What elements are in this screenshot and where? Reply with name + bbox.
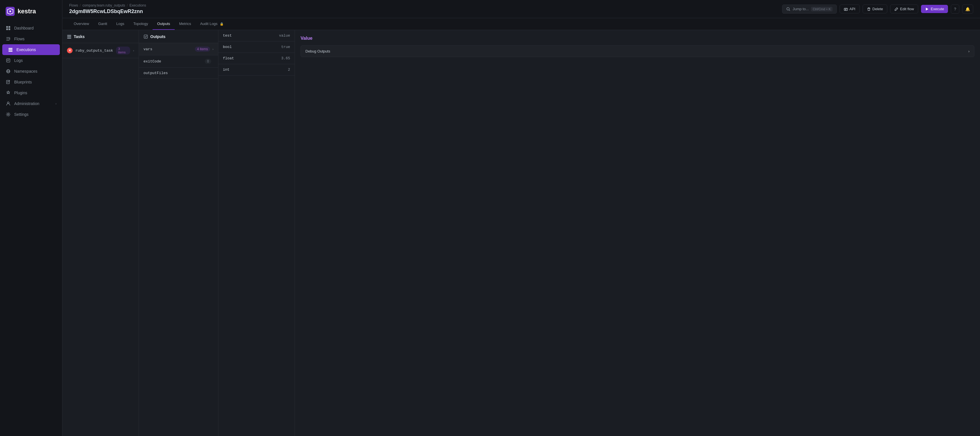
- breadcrumb-flows[interactable]: Flows: [69, 3, 78, 7]
- notifications-button[interactable]: 🔔: [962, 5, 973, 14]
- sidebar-label-administration: Administration: [14, 101, 52, 106]
- header: Flows / company.team.ruby_outputs / Exec…: [62, 0, 980, 18]
- brand-name: kestra: [18, 8, 36, 15]
- svg-rect-5: [6, 29, 8, 30]
- search-shortcut: Ctrl/Cmd + K: [811, 7, 832, 11]
- svg-point-18: [787, 7, 789, 10]
- api-button[interactable]: API: [840, 5, 860, 13]
- edit-flow-button[interactable]: Edit flow: [890, 5, 918, 13]
- search-icon: [786, 7, 790, 11]
- page-title: 2dgm8W5RcwLDSbqEwR2znn: [69, 8, 146, 14]
- sidebar-item-executions[interactable]: Executions: [2, 44, 60, 55]
- svg-point-2: [10, 11, 11, 12]
- executions-icon: [8, 47, 13, 52]
- var-key-test: test: [223, 34, 279, 38]
- blueprints-icon: [6, 80, 11, 85]
- edit-icon: [894, 7, 898, 11]
- sidebar-label-flows: Flows: [14, 37, 56, 41]
- tasks-panel-title: Tasks: [74, 34, 85, 39]
- sidebar-label-executions: Executions: [16, 47, 54, 52]
- breadcrumb-namespace[interactable]: company.team.ruby_outputs: [83, 3, 125, 7]
- delete-button[interactable]: Delete: [862, 5, 888, 13]
- flows-icon: [6, 36, 11, 42]
- svg-rect-19: [844, 8, 848, 11]
- sidebar-label-namespaces: Namespaces: [14, 69, 56, 73]
- tasks-panel-icon: [67, 34, 72, 39]
- output-name-outputfiles: outputFiles: [143, 71, 213, 75]
- var-key-float: float: [223, 56, 281, 61]
- tab-outputs[interactable]: Outputs: [153, 18, 175, 30]
- jump-to-label: Jump to...: [792, 7, 809, 11]
- dashboard-icon: [6, 26, 11, 31]
- trash-icon: [867, 7, 871, 11]
- list-item[interactable]: float 3.65: [218, 53, 294, 64]
- list-item[interactable]: test value: [218, 30, 294, 42]
- debug-outputs-chevron-icon: ›: [968, 49, 969, 53]
- tasks-panel: Tasks ✕ ruby_outputs_task 3 items ›: [62, 30, 139, 436]
- svg-rect-22: [67, 38, 71, 38]
- tab-overview[interactable]: Overview: [69, 18, 94, 30]
- sidebar-item-plugins[interactable]: Plugins: [0, 88, 62, 98]
- sidebar-label-blueprints: Blueprints: [14, 80, 56, 84]
- var-value-float: 3.65: [281, 56, 290, 61]
- tasks-panel-header: Tasks: [62, 30, 138, 43]
- namespaces-icon: [6, 69, 11, 74]
- sidebar-item-logs[interactable]: Logs: [0, 55, 62, 66]
- sidebar-label-settings: Settings: [14, 112, 56, 117]
- sidebar-item-flows[interactable]: Flows: [0, 34, 62, 44]
- help-button[interactable]: ?: [951, 5, 959, 14]
- var-key-int: int: [223, 67, 288, 72]
- outputs-panel-title: Outputs: [150, 34, 165, 39]
- svg-rect-8: [8, 48, 13, 49]
- var-key-bool: bool: [223, 45, 281, 49]
- output-name-vars: vars: [143, 47, 195, 51]
- kestra-logo-icon: [6, 7, 15, 16]
- sidebar-item-dashboard[interactable]: Dashboard: [0, 23, 62, 34]
- svg-rect-23: [144, 35, 148, 38]
- sidebar-item-namespaces[interactable]: Namespaces: [0, 66, 62, 77]
- list-item[interactable]: outputFiles: [139, 67, 218, 79]
- breadcrumb-executions[interactable]: Executions: [130, 3, 146, 7]
- var-value-bool: true: [281, 45, 290, 49]
- tab-logs[interactable]: Logs: [112, 18, 129, 30]
- list-item[interactable]: int 2: [218, 64, 294, 75]
- tab-metrics[interactable]: Metrics: [175, 18, 196, 30]
- sidebar-item-settings[interactable]: Settings: [0, 109, 62, 120]
- debug-outputs-button[interactable]: Debug Outputs ›: [301, 45, 974, 57]
- execute-label: Execute: [931, 7, 944, 11]
- execute-icon: [925, 7, 929, 11]
- logo: kestra: [0, 5, 62, 23]
- sidebar-label-dashboard: Dashboard: [14, 26, 56, 30]
- administration-icon: [6, 101, 11, 106]
- var-value-test: value: [279, 34, 290, 38]
- list-item[interactable]: bool true: [218, 42, 294, 53]
- api-label: API: [850, 7, 856, 11]
- logs-icon: [6, 58, 11, 63]
- svg-point-16: [7, 102, 9, 104]
- execute-button[interactable]: Execute: [921, 5, 948, 13]
- sidebar-item-blueprints[interactable]: Blueprints: [0, 77, 62, 88]
- header-left: Flows / company.team.ruby_outputs / Exec…: [69, 3, 146, 14]
- output-count-exitcode: 0: [205, 59, 211, 64]
- tab-audit-logs[interactable]: Audit Logs 🔒: [196, 18, 228, 30]
- outputs-panel-icon: [143, 34, 148, 39]
- svg-rect-15: [9, 80, 10, 81]
- tab-gantt[interactable]: Gantt: [94, 18, 112, 30]
- svg-rect-21: [67, 36, 71, 37]
- svg-point-7: [9, 38, 10, 40]
- jump-to-button[interactable]: Jump to... Ctrl/Cmd + K: [782, 5, 837, 14]
- sidebar-item-administration[interactable]: Administration ›: [0, 98, 62, 109]
- list-item[interactable]: exitCode 0: [139, 55, 218, 67]
- tabs: Overview Gantt Logs Topology Outputs Met…: [62, 18, 980, 30]
- outputs-panel: Outputs vars 4 items › exitCode 0 output…: [139, 30, 218, 436]
- list-item[interactable]: vars 4 items ›: [139, 43, 218, 55]
- task-name: ruby_outputs_task: [75, 48, 113, 53]
- var-value-int: 2: [288, 67, 290, 72]
- lock-icon: 🔒: [220, 22, 224, 26]
- table-row[interactable]: ✕ ruby_outputs_task 3 items ›: [62, 43, 138, 58]
- sidebar-label-plugins: Plugins: [14, 91, 56, 95]
- svg-rect-10: [8, 51, 13, 52]
- tab-topology[interactable]: Topology: [129, 18, 153, 30]
- svg-rect-4: [8, 26, 10, 28]
- administration-chevron-icon: ›: [56, 102, 56, 105]
